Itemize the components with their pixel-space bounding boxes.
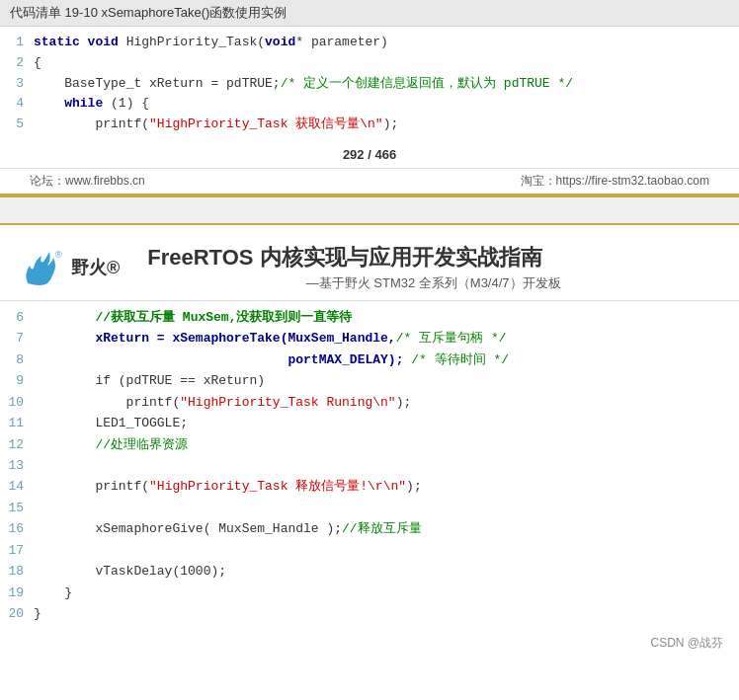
line-num-4: 4 xyxy=(6,94,34,115)
line-content-20: } xyxy=(34,603,733,624)
code-line-5: 5 printf("HighPriority_Task 获取信号量\n"); xyxy=(0,115,739,135)
code-line-7: 7 xReturn = xSemaphoreTake(MuxSem_Handle… xyxy=(0,328,739,349)
line-num-17: 17 xyxy=(6,540,34,561)
line-content-11: LED1_TOGGLE; xyxy=(34,413,733,433)
line-num-7: 7 xyxy=(6,328,34,349)
code-line-10: 10 printf("HighPriority_Task Runing\n"); xyxy=(0,392,739,413)
line-num-8: 8 xyxy=(6,350,34,370)
logo-text: 野火® xyxy=(71,256,120,279)
code-line-18: 18 vTaskDelay(1000); xyxy=(0,561,739,582)
brand-logo: ® 野火® xyxy=(20,246,127,289)
footer-forum: 论坛：www.firebbs.cn xyxy=(30,173,145,190)
line-num-19: 19 xyxy=(6,583,34,603)
line-content-8: portMAX_DELAY); /* 等待时间 */ xyxy=(34,350,733,370)
code-line-16: 16 xSemaphoreGive( MuxSem_Handle );//释放互… xyxy=(0,518,739,539)
top-page: 代码清单 19-10 xSemaphoreTake()函数使用实例 1 stat… xyxy=(0,0,739,195)
line-num-12: 12 xyxy=(6,434,34,455)
code-line-20: 20 } xyxy=(0,603,739,624)
line-content-14: printf("HighPriority_Task 释放信号量!\r\n"); xyxy=(34,476,733,497)
line-content-13 xyxy=(34,455,733,476)
line-num-20: 20 xyxy=(6,603,34,624)
code-line-2: 2 { xyxy=(0,53,739,74)
line-num-18: 18 xyxy=(6,561,34,582)
code-line-3: 3 BaseType_t xReturn = pdTRUE;/* 定义一个创建信… xyxy=(0,74,739,95)
line-num-1: 1 xyxy=(6,33,34,53)
code-line-15: 15 xyxy=(0,498,739,518)
code-line-8: 8 portMAX_DELAY); /* 等待时间 */ xyxy=(0,350,739,370)
logo-svg: ® xyxy=(20,246,71,289)
code-header: 代码清单 19-10 xSemaphoreTake()函数使用实例 xyxy=(0,0,739,27)
line-content-4: while (1) { xyxy=(34,94,733,115)
top-code-block: 1 static void HighPriority_Task(void* pa… xyxy=(0,27,739,141)
line-num-5: 5 xyxy=(6,115,34,135)
line-num-6: 6 xyxy=(6,307,34,328)
svg-text:®: ® xyxy=(55,250,62,260)
line-num-9: 9 xyxy=(6,370,34,391)
bottom-code-block: 6 //获取互斥量 MuxSem,没获取到则一直等待 7 xReturn = x… xyxy=(0,301,739,631)
line-num-2: 2 xyxy=(6,53,34,74)
line-content-12: //处理临界资源 xyxy=(34,434,733,455)
line-num-14: 14 xyxy=(6,476,34,497)
line-content-17 xyxy=(34,540,733,561)
footer-taobao: 淘宝：https://fire-stm32.taobao.com xyxy=(521,173,709,190)
line-content-7: xReturn = xSemaphoreTake(MuxSem_Handle,/… xyxy=(34,328,733,349)
code-line-6: 6 //获取互斥量 MuxSem,没获取到则一直等待 xyxy=(0,307,739,328)
code-line-1: 1 static void HighPriority_Task(void* pa… xyxy=(0,33,739,53)
line-content-18: vTaskDelay(1000); xyxy=(34,561,733,582)
line-num-16: 16 xyxy=(6,518,34,539)
line-content-3: BaseType_t xReturn = pdTRUE;/* 定义一个创建信息返… xyxy=(34,74,733,95)
brand-title-block: FreeRTOS 内核实现与应用开发实战指南 —基于野火 STM32 全系列（M… xyxy=(147,243,719,292)
line-num-10: 10 xyxy=(6,392,34,413)
line-content-1: static void HighPriority_Task(void* para… xyxy=(34,33,733,53)
line-content-10: printf("HighPriority_Task Runing\n"); xyxy=(34,392,733,413)
brand-header: ® 野火® FreeRTOS 内核实现与应用开发实战指南 —基于野火 STM32… xyxy=(0,225,739,301)
code-line-14: 14 printf("HighPriority_Task 释放信号量!\r\n"… xyxy=(0,476,739,497)
code-line-9: 9 if (pdTRUE == xReturn) xyxy=(0,370,739,391)
code-line-17: 17 xyxy=(0,540,739,561)
code-line-19: 19 } xyxy=(0,583,739,603)
line-num-15: 15 xyxy=(6,498,34,518)
bottom-page: ® 野火® FreeRTOS 内核实现与应用开发实战指南 —基于野火 STM32… xyxy=(0,225,739,656)
line-content-5: printf("HighPriority_Task 获取信号量\n"); xyxy=(34,115,733,135)
code-line-13: 13 xyxy=(0,455,739,476)
csdn-footer: CSDN @战芬 xyxy=(0,631,739,656)
line-content-2: { xyxy=(34,53,733,74)
footer-bar: 论坛：www.firebbs.cn 淘宝：https://fire-stm32.… xyxy=(0,168,739,194)
line-num-13: 13 xyxy=(6,455,34,476)
page-divider xyxy=(0,195,739,225)
code-line-12: 12 //处理临界资源 xyxy=(0,434,739,455)
page-number: 292 / 466 xyxy=(0,141,739,168)
brand-subtitle: —基于野火 STM32 全系列（M3/4/7）开发板 xyxy=(147,274,719,292)
code-line-4: 4 while (1) { xyxy=(0,94,739,115)
line-content-16: xSemaphoreGive( MuxSem_Handle );//释放互斥量 xyxy=(34,518,733,539)
line-content-15 xyxy=(34,498,733,518)
brand-main-title: FreeRTOS 内核实现与应用开发实战指南 xyxy=(147,243,719,272)
line-num-3: 3 xyxy=(6,74,34,95)
line-content-19: } xyxy=(34,583,733,603)
code-line-11: 11 LED1_TOGGLE; xyxy=(0,413,739,433)
line-content-6: //获取互斥量 MuxSem,没获取到则一直等待 xyxy=(34,307,733,328)
line-num-11: 11 xyxy=(6,413,34,433)
line-content-9: if (pdTRUE == xReturn) xyxy=(34,370,733,391)
